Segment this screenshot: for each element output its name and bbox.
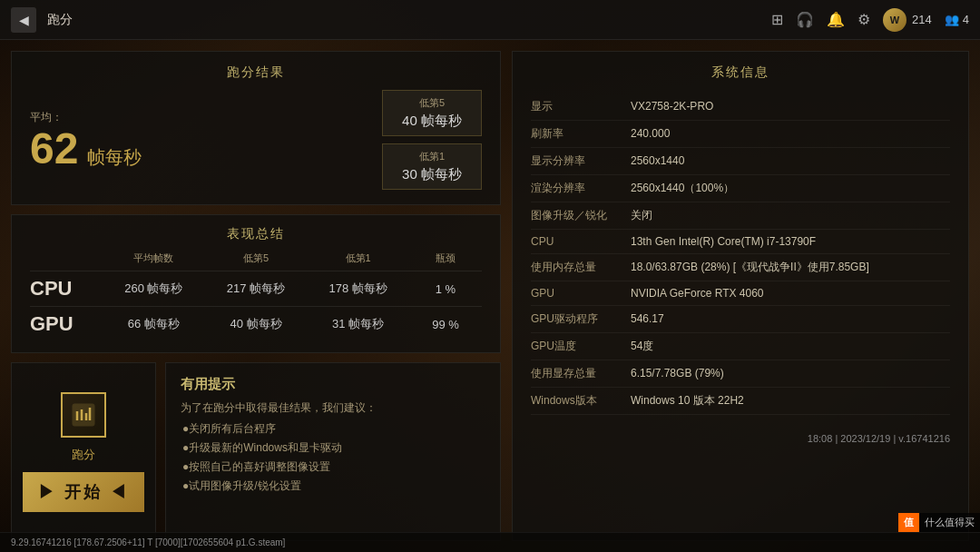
bench-svg-icon xyxy=(71,402,96,428)
val-vram: 6.15/7.78GB (79%) xyxy=(631,367,724,380)
tips-title: 有用提示 xyxy=(181,376,485,393)
col-header-3: 低第1 xyxy=(307,251,409,265)
statusbar: 9.29.16741216 [178.67.2506+11] T [7000][… xyxy=(0,532,980,552)
topbar: ◀ 跑分 ⊞ 🎧 🔔 ⚙ W 214 👥 4 xyxy=(0,0,980,40)
main-content: 跑分结果 平均： 62 帧每秒 低第5 40 帧每秒 低第1 xyxy=(0,40,980,552)
key-os: Windows版本 xyxy=(531,393,631,409)
back-button[interactable]: ◀ xyxy=(11,7,36,33)
gpu-low5: 40 帧每秒 xyxy=(205,316,308,332)
tips-list: ●关闭所有后台程序 ●升级最新的Windows和显卡驱动 ●按照自己的喜好调整图… xyxy=(181,421,485,494)
key-ram: 使用内存总量 xyxy=(531,260,631,275)
sysinfo-refresh: 刷新率 240.000 xyxy=(531,121,950,148)
sysinfo-display: 显示 VX2758-2K-PRO xyxy=(531,94,950,121)
val-gpu-driver: 546.17 xyxy=(631,312,664,325)
low1-value: 30 帧每秒 xyxy=(399,166,465,183)
friends-badge[interactable]: 👥 4 xyxy=(945,13,969,26)
val-display: VX2758-2K-PRO xyxy=(631,100,713,113)
gpu-bottleneck: 99 % xyxy=(409,318,482,331)
gear-icon[interactable]: ⚙ xyxy=(858,11,870,28)
val-render-res: 2560x1440（100%） xyxy=(631,181,734,196)
cpu-low1: 178 帧每秒 xyxy=(307,281,409,297)
key-gpu: GPU xyxy=(531,287,631,300)
user-level: 214 xyxy=(912,13,932,26)
grid-icon[interactable]: ⊞ xyxy=(771,11,783,28)
score-sub: 低第5 40 帧每秒 低第1 30 帧每秒 xyxy=(382,90,482,190)
page-title: 跑分 xyxy=(47,12,73,28)
val-gpu-temp: 54度 xyxy=(631,339,653,354)
bottom-section: 跑分 ▶ 开始 ◀ 有用提示 为了在跑分中取得最佳结果，我们建议： ●关闭所有后… xyxy=(11,362,501,541)
perf-row-cpu: CPU 260 帧每秒 217 帧每秒 178 帧每秒 1 % xyxy=(30,277,482,301)
col-header-2: 低第5 xyxy=(205,251,308,265)
avg-fps-unit: 帧每秒 xyxy=(87,145,142,170)
cpu-low5: 217 帧每秒 xyxy=(205,281,308,297)
datetime-area: 18:08 | 2023/12/19 | v.16741216 xyxy=(531,415,950,446)
sysinfo-panel: 系统信息 显示 VX2758-2K-PRO 刷新率 240.000 显示分辨率 … xyxy=(512,51,969,541)
key-disp-res: 显示分辨率 xyxy=(531,153,631,169)
val-gpu: NVIDIA GeForce RTX 4060 xyxy=(631,287,764,300)
score-row: 平均： 62 帧每秒 低第5 40 帧每秒 低第1 30 帧每秒 xyxy=(30,90,482,190)
statusbar-left-text: 9.29.16741216 [178.67.2506+11] T [7000][… xyxy=(11,537,285,547)
gpu-avg: 66 帧每秒 xyxy=(103,316,205,332)
perf-divider-1 xyxy=(30,271,482,271)
tip-item-3: ●按照自己的喜好调整图像设置 xyxy=(181,459,485,475)
sysinfo-upscale: 图像升级／锐化 关闭 xyxy=(531,202,950,230)
start-benchmark-button[interactable]: ▶ 开始 ◀ xyxy=(23,472,144,512)
sysinfo-cpu: CPU 13th Gen Intel(R) Core(TM) i7-13790F xyxy=(531,230,950,254)
tip-item-4: ●试用图像升级/锐化设置 xyxy=(181,478,485,494)
perf-summary-title: 表现总结 xyxy=(30,226,482,242)
bell-icon[interactable]: 🔔 xyxy=(827,11,845,28)
score-result-card: 跑分结果 平均： 62 帧每秒 低第5 40 帧每秒 低第1 xyxy=(11,51,501,205)
key-vram: 使用显存总量 xyxy=(531,366,631,381)
sysinfo-gpu-temp: GPU温度 54度 xyxy=(531,333,950,360)
val-disp-res: 2560x1440 xyxy=(631,154,684,167)
watermark-orange: 值 xyxy=(898,513,919,532)
gpu-low1: 31 帧每秒 xyxy=(307,316,409,332)
key-gpu-driver: GPU驱动程序 xyxy=(531,311,631,327)
cpu-avg: 260 帧每秒 xyxy=(103,281,205,297)
sysinfo-os: Windows版本 Windows 10 版本 22H2 xyxy=(531,388,950,415)
tips-card: 有用提示 为了在跑分中取得最佳结果，我们建议： ●关闭所有后台程序 ●升级最新的… xyxy=(165,362,501,541)
sysinfo-gpu: GPU NVIDIA GeForce RTX 4060 xyxy=(531,281,950,306)
topbar-right: ⊞ 🎧 🔔 ⚙ W 214 👥 4 xyxy=(771,8,969,32)
cpu-label: CPU xyxy=(30,277,103,301)
val-refresh: 240.000 xyxy=(631,127,670,140)
low5-label: 低第5 xyxy=(399,96,465,110)
perf-divider-2 xyxy=(30,306,482,307)
sysinfo-gpu-driver: GPU驱动程序 546.17 xyxy=(531,306,950,333)
low1-card: 低第1 30 帧每秒 xyxy=(382,143,482,190)
tip-item-2: ●升级最新的Windows和显卡驱动 xyxy=(181,440,485,456)
key-refresh: 刷新率 xyxy=(531,126,631,142)
col-header-0 xyxy=(30,251,103,265)
avg-label: 平均： xyxy=(30,110,364,125)
val-os: Windows 10 版本 22H2 xyxy=(631,393,744,409)
key-display: 显示 xyxy=(531,99,631,114)
user-info[interactable]: W 214 xyxy=(883,8,932,32)
perf-table-header: 平均帧数 低第5 低第1 瓶颈 xyxy=(30,251,482,265)
tips-intro: 为了在跑分中取得最佳结果，我们建议： xyxy=(181,400,485,416)
perf-table: 平均帧数 低第5 低第1 瓶颈 CPU 260 帧每秒 217 帧每秒 178 … xyxy=(30,251,482,336)
bench-label: 跑分 xyxy=(72,447,95,463)
col-header-1: 平均帧数 xyxy=(103,251,205,265)
val-cpu: 13th Gen Intel(R) Core(TM) i7-13790F xyxy=(631,235,816,248)
friends-count: 4 xyxy=(963,13,969,26)
key-cpu: CPU xyxy=(531,235,631,248)
sysinfo-ram: 使用内存总量 18.0/63.87GB (28%) [《现代战争II》使用7.8… xyxy=(531,254,950,281)
val-ram: 18.0/63.87GB (28%) [《现代战争II》使用7.85GB] xyxy=(631,260,869,275)
avatar: W xyxy=(883,8,906,32)
datetime-text: 18:08 | 2023/12/19 | v.16741216 xyxy=(808,433,950,444)
svg-rect-0 xyxy=(73,404,94,426)
sysinfo-vram: 使用显存总量 6.15/7.78GB (79%) xyxy=(531,360,950,388)
sysinfo-render-res: 渲染分辨率 2560x1440（100%） xyxy=(531,175,950,202)
headphone-icon[interactable]: 🎧 xyxy=(796,11,814,28)
bench-icon xyxy=(61,392,106,438)
benchmark-card: 跑分 ▶ 开始 ◀ xyxy=(11,362,156,541)
score-result-title: 跑分结果 xyxy=(30,64,482,81)
sysinfo-disp-res: 显示分辨率 2560x1440 xyxy=(531,148,950,175)
perf-summary-card: 表现总结 平均帧数 低第5 低第1 瓶颈 CPU 260 帧每秒 217 帧每秒… xyxy=(11,214,501,353)
score-main: 平均： 62 帧每秒 xyxy=(30,110,364,171)
avg-value-row: 62 帧每秒 xyxy=(30,127,364,171)
low5-card: 低第5 40 帧每秒 xyxy=(382,90,482,136)
avg-fps-value: 62 xyxy=(30,127,78,171)
low1-label: 低第1 xyxy=(399,150,465,163)
sysinfo-title: 系统信息 xyxy=(531,64,950,81)
